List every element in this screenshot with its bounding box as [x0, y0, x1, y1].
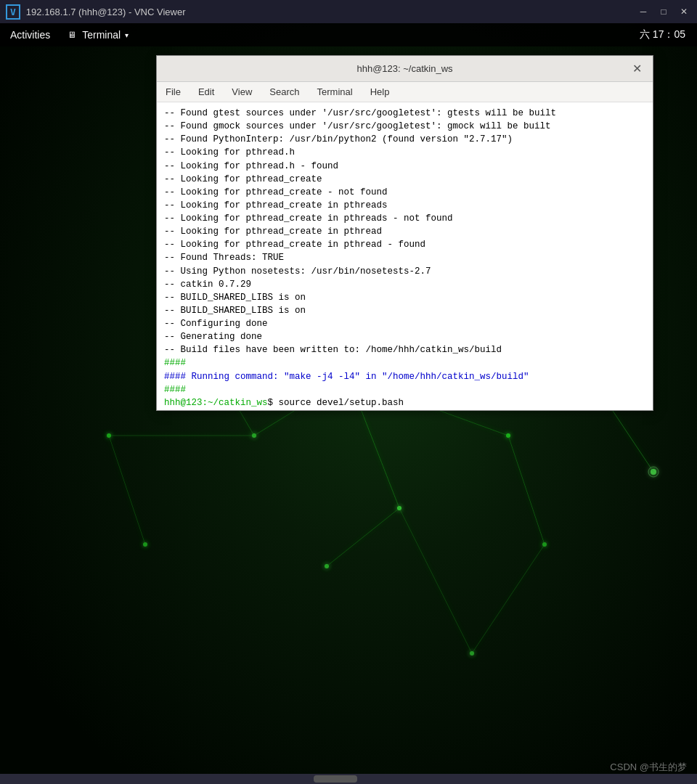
vnc-window-controls: ─ □ ✕	[636, 4, 691, 19]
term-line: -- Looking for pthread.h - found	[164, 160, 645, 173]
term-line: -- Looking for pthread_create - not foun…	[164, 186, 645, 199]
term-line: -- Found PythonInterp: /usr/bin/python2 …	[164, 133, 645, 146]
term-line: -- Found gmock sources under '/usr/src/g…	[164, 120, 645, 133]
gnome-activities-button[interactable]: Activities	[0, 23, 60, 46]
terminal-menu-view[interactable]: View	[229, 85, 255, 99]
term-line: -- Looking for pthread_create in pthread	[164, 225, 645, 238]
terminal-menu-edit[interactable]: Edit	[195, 85, 217, 99]
term-line: -- Build files have been written to: /ho…	[164, 343, 645, 356]
term-line: -- Found gtest sources under '/usr/src/g…	[164, 107, 645, 120]
terminal-titlebar: hhh@123: ~/catkin_ws ✕	[157, 56, 653, 82]
term-line: -- catkin 0.7.29	[164, 278, 645, 291]
gnome-app-menu-arrow: ▾	[125, 31, 129, 39]
vnc-scrollbar-thumb[interactable]	[314, 775, 357, 783]
terminal-output[interactable]: -- Found gtest sources under '/usr/src/g…	[157, 102, 653, 410]
watermark-text: CSDN @书生的梦	[610, 761, 687, 772]
term-active-prompt[interactable]: hhh@123:~/catkin_ws$	[164, 409, 645, 410]
terminal-title: hhh@123: ~/catkin_ws	[325, 63, 485, 74]
vnc-minimize-button[interactable]: ─	[636, 4, 651, 19]
term-line: -- BUILD_SHARED_LIBS is on	[164, 304, 645, 317]
term-line: -- Looking for pthread_create in pthread…	[164, 212, 645, 225]
gnome-app-menu-label: Terminal	[82, 29, 121, 41]
gnome-app-menu[interactable]: 🖥 Terminal ▾	[60, 23, 136, 46]
terminal-menu-file[interactable]: File	[163, 85, 184, 99]
term-line: -- Looking for pthread_create	[164, 173, 645, 186]
terminal-close-button[interactable]: ✕	[629, 62, 644, 76]
term-line: -- Looking for pthread.h	[164, 146, 645, 159]
vnc-maximize-button[interactable]: □	[656, 4, 671, 19]
term-prompt-line: hhh@123:~/catkin_ws$ source devel/setup.…	[164, 396, 645, 409]
term-line: -- Looking for pthread_create in pthread…	[164, 199, 645, 212]
term-line: -- Configuring done	[164, 317, 645, 330]
term-line: -- Using Python nosetests: /usr/bin/nose…	[164, 265, 645, 278]
watermark: CSDN @书生的梦	[610, 761, 687, 774]
terminal-menubar: File Edit View Search Terminal Help	[157, 82, 653, 102]
term-line: ####	[164, 356, 645, 369]
terminal-menu-search[interactable]: Search	[266, 85, 302, 99]
term-line: -- Generating done	[164, 330, 645, 343]
terminal-menu-terminal[interactable]: Terminal	[314, 85, 356, 99]
term-line: -- Found Threads: TRUE	[164, 251, 645, 264]
terminal-menu-help[interactable]: Help	[367, 85, 393, 99]
term-line: #### Running command: "make -j4 -l4" in …	[164, 370, 645, 383]
term-line: ####	[164, 383, 645, 396]
vnc-horizontal-scrollbar[interactable]	[0, 774, 697, 784]
gnome-clock[interactable]: 六 17：05	[640, 28, 697, 41]
term-line: -- Looking for pthread_create in pthread…	[164, 238, 645, 251]
terminal-window: hhh@123: ~/catkin_ws ✕ File Edit View Se…	[156, 55, 653, 411]
vnc-close-button[interactable]: ✕	[677, 4, 691, 19]
vnc-logo: V	[6, 4, 20, 20]
term-line: -- BUILD_SHARED_LIBS is on	[164, 291, 645, 304]
vnc-titlebar: V 192.168.1.7 (hhh@123) - VNC Viewer ─ □…	[0, 0, 697, 23]
gnome-topbar: Activities 🖥 Terminal ▾ 六 17：05	[0, 23, 697, 46]
vnc-title: 192.168.1.7 (hhh@123) - VNC Viewer	[26, 7, 636, 17]
